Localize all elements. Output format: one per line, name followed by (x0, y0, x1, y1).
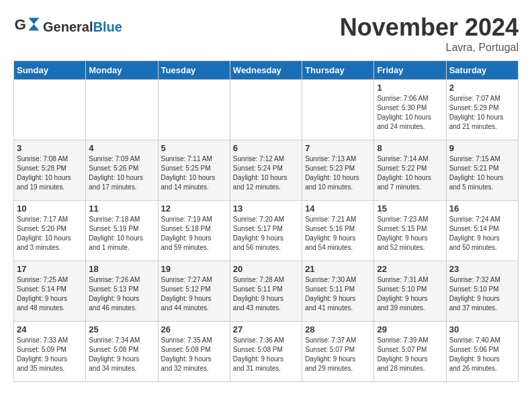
calendar-cell: 7Sunrise: 7:13 AM Sunset: 5:23 PM Daylig… (302, 140, 374, 201)
day-info: Sunrise: 7:21 AM Sunset: 5:16 PM Dayligh… (305, 215, 371, 253)
calendar-cell: 5Sunrise: 7:11 AM Sunset: 5:25 PM Daylig… (158, 140, 230, 201)
calendar-cell: 22Sunrise: 7:31 AM Sunset: 5:10 PM Dayli… (374, 261, 446, 322)
day-info: Sunrise: 7:18 AM Sunset: 5:19 PM Dayligh… (89, 215, 154, 253)
day-info: Sunrise: 7:20 AM Sunset: 5:17 PM Dayligh… (233, 215, 299, 253)
day-number: 6 (233, 143, 299, 153)
day-info: Sunrise: 7:36 AM Sunset: 5:08 PM Dayligh… (233, 336, 299, 373)
day-info: Sunrise: 7:12 AM Sunset: 5:24 PM Dayligh… (233, 154, 299, 192)
calendar-cell: 10Sunrise: 7:17 AM Sunset: 5:20 PM Dayli… (14, 201, 86, 261)
calendar-week-row: 1Sunrise: 7:06 AM Sunset: 5:30 PM Daylig… (14, 80, 519, 140)
calendar-cell: 23Sunrise: 7:32 AM Sunset: 5:10 PM Dayli… (446, 261, 518, 322)
day-number: 8 (377, 143, 443, 153)
calendar-cell: 20Sunrise: 7:28 AM Sunset: 5:11 PM Dayli… (230, 261, 302, 322)
calendar-week-row: 10Sunrise: 7:17 AM Sunset: 5:20 PM Dayli… (14, 201, 519, 261)
location: Lavra, Portugal (340, 42, 519, 54)
calendar-cell: 6Sunrise: 7:12 AM Sunset: 5:24 PM Daylig… (230, 140, 302, 201)
calendar-cell: 9Sunrise: 7:15 AM Sunset: 5:21 PM Daylig… (446, 140, 518, 201)
day-number: 24 (17, 324, 83, 334)
day-number: 11 (89, 203, 154, 214)
calendar-cell (14, 80, 86, 140)
weekday-header: Wednesday (230, 61, 302, 80)
calendar-cell: 3Sunrise: 7:08 AM Sunset: 5:28 PM Daylig… (14, 140, 86, 201)
title-block: November 2024 Lavra, Portugal (340, 13, 519, 54)
calendar-cell (86, 80, 158, 140)
day-number: 25 (89, 324, 154, 334)
day-number: 16 (449, 203, 515, 214)
day-info: Sunrise: 7:37 AM Sunset: 5:07 PM Dayligh… (305, 336, 371, 373)
calendar-cell: 24Sunrise: 7:33 AM Sunset: 5:09 PM Dayli… (14, 322, 86, 382)
calendar-cell: 17Sunrise: 7:25 AM Sunset: 5:14 PM Dayli… (14, 261, 86, 322)
calendar-cell: 4Sunrise: 7:09 AM Sunset: 5:26 PM Daylig… (86, 140, 158, 201)
calendar-cell: 13Sunrise: 7:20 AM Sunset: 5:17 PM Dayli… (230, 201, 302, 261)
day-number: 19 (161, 264, 227, 274)
day-info: Sunrise: 7:39 AM Sunset: 5:07 PM Dayligh… (377, 336, 443, 373)
weekday-header: Tuesday (158, 61, 230, 80)
day-info: Sunrise: 7:27 AM Sunset: 5:12 PM Dayligh… (161, 275, 227, 313)
calendar-cell: 29Sunrise: 7:39 AM Sunset: 5:07 PM Dayli… (374, 322, 446, 382)
day-number: 15 (377, 203, 443, 214)
day-number: 28 (305, 324, 371, 334)
day-number: 4 (89, 143, 154, 153)
day-info: Sunrise: 7:26 AM Sunset: 5:13 PM Dayligh… (89, 275, 154, 313)
day-number: 22 (377, 264, 443, 274)
day-number: 17 (17, 264, 83, 274)
day-info: Sunrise: 7:40 AM Sunset: 5:06 PM Dayligh… (449, 336, 515, 373)
day-info: Sunrise: 7:34 AM Sunset: 5:08 PM Dayligh… (89, 336, 154, 373)
calendar-cell: 12Sunrise: 7:19 AM Sunset: 5:18 PM Dayli… (158, 201, 230, 261)
day-info: Sunrise: 7:17 AM Sunset: 5:20 PM Dayligh… (17, 215, 83, 253)
calendar-week-row: 24Sunrise: 7:33 AM Sunset: 5:09 PM Dayli… (14, 322, 519, 382)
calendar-cell: 21Sunrise: 7:30 AM Sunset: 5:11 PM Dayli… (302, 261, 374, 322)
logo-general: General (43, 19, 93, 34)
day-number: 26 (161, 324, 227, 334)
weekday-header: Sunday (14, 61, 86, 80)
day-info: Sunrise: 7:28 AM Sunset: 5:11 PM Dayligh… (233, 275, 299, 313)
day-number: 23 (449, 264, 515, 274)
day-number: 27 (233, 324, 299, 334)
day-number: 9 (449, 143, 515, 153)
svg-marker-1 (28, 17, 39, 30)
svg-text:G: G (15, 16, 26, 33)
calendar-cell: 2Sunrise: 7:07 AM Sunset: 5:29 PM Daylig… (446, 80, 518, 140)
day-info: Sunrise: 7:32 AM Sunset: 5:10 PM Dayligh… (449, 275, 515, 313)
calendar-cell: 15Sunrise: 7:23 AM Sunset: 5:15 PM Dayli… (374, 201, 446, 261)
calendar-cell: 30Sunrise: 7:40 AM Sunset: 5:06 PM Dayli… (446, 322, 518, 382)
day-info: Sunrise: 7:11 AM Sunset: 5:25 PM Dayligh… (161, 154, 227, 192)
day-number: 7 (305, 143, 371, 153)
day-info: Sunrise: 7:15 AM Sunset: 5:21 PM Dayligh… (449, 154, 515, 192)
logo-text: GeneralBlue (43, 19, 122, 34)
day-info: Sunrise: 7:06 AM Sunset: 5:30 PM Dayligh… (377, 94, 443, 132)
day-info: Sunrise: 7:23 AM Sunset: 5:15 PM Dayligh… (377, 215, 443, 253)
day-info: Sunrise: 7:33 AM Sunset: 5:09 PM Dayligh… (17, 336, 83, 373)
calendar-cell (158, 80, 230, 140)
weekday-header: Friday (374, 61, 446, 80)
day-info: Sunrise: 7:24 AM Sunset: 5:14 PM Dayligh… (449, 215, 515, 253)
calendar-table: SundayMondayTuesdayWednesdayThursdayFrid… (13, 60, 519, 382)
logo-icon: G (13, 13, 40, 40)
day-info: Sunrise: 7:19 AM Sunset: 5:18 PM Dayligh… (161, 215, 227, 253)
day-number: 12 (161, 203, 227, 214)
day-info: Sunrise: 7:09 AM Sunset: 5:26 PM Dayligh… (89, 154, 154, 192)
day-number: 18 (89, 264, 154, 274)
weekday-header: Thursday (302, 61, 374, 80)
page-header: G GeneralBlue November 2024 Lavra, Portu… (13, 13, 519, 54)
day-number: 13 (233, 203, 299, 214)
calendar-cell: 19Sunrise: 7:27 AM Sunset: 5:12 PM Dayli… (158, 261, 230, 322)
day-number: 30 (449, 324, 515, 334)
calendar-week-row: 3Sunrise: 7:08 AM Sunset: 5:28 PM Daylig… (14, 140, 519, 201)
weekday-header: Saturday (446, 61, 518, 80)
calendar-cell (230, 80, 302, 140)
calendar-cell: 8Sunrise: 7:14 AM Sunset: 5:22 PM Daylig… (374, 140, 446, 201)
day-number: 20 (233, 264, 299, 274)
calendar-cell: 11Sunrise: 7:18 AM Sunset: 5:19 PM Dayli… (86, 201, 158, 261)
calendar-cell: 25Sunrise: 7:34 AM Sunset: 5:08 PM Dayli… (86, 322, 158, 382)
day-info: Sunrise: 7:13 AM Sunset: 5:23 PM Dayligh… (305, 154, 371, 192)
calendar-cell (302, 80, 374, 140)
logo-blue: Blue (93, 19, 122, 34)
day-number: 2 (449, 83, 515, 93)
calendar-cell: 28Sunrise: 7:37 AM Sunset: 5:07 PM Dayli… (302, 322, 374, 382)
calendar-cell: 14Sunrise: 7:21 AM Sunset: 5:16 PM Dayli… (302, 201, 374, 261)
day-number: 21 (305, 264, 371, 274)
day-number: 3 (17, 143, 83, 153)
calendar-week-row: 17Sunrise: 7:25 AM Sunset: 5:14 PM Dayli… (14, 261, 519, 322)
calendar-cell: 18Sunrise: 7:26 AM Sunset: 5:13 PM Dayli… (86, 261, 158, 322)
